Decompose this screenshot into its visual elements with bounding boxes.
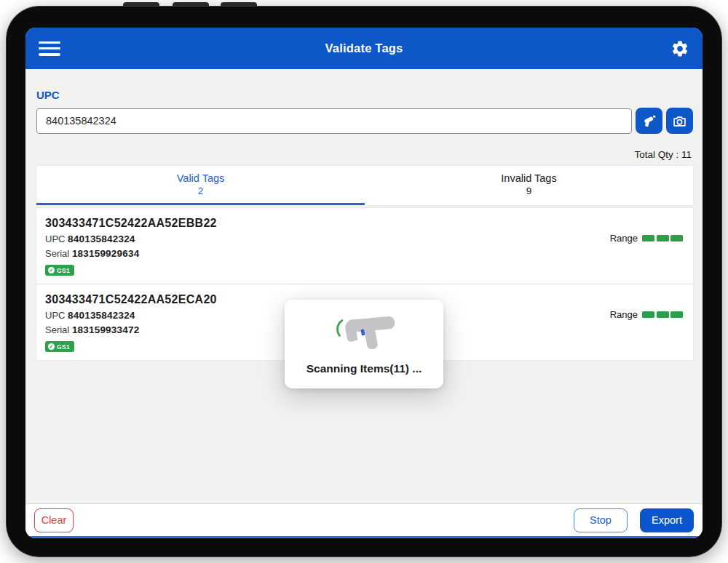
tab-label: Valid Tags — [177, 172, 225, 184]
total-qty-text: Total Qty : 11 — [36, 149, 693, 160]
camera-icon — [672, 113, 687, 129]
range-label: Range — [610, 309, 638, 320]
serial-line: Serial 183159929634 — [45, 248, 683, 259]
export-button[interactable]: Export — [640, 508, 694, 532]
tab-label: Invalid Tags — [501, 172, 556, 184]
page-title: Validate Tags — [25, 41, 703, 55]
range-indicator: Range — [610, 309, 683, 320]
upc-input-row — [36, 108, 693, 134]
gs1-badge: ✓ GS1 — [45, 265, 74, 276]
app-screen: Validate Tags UPC — [25, 28, 703, 538]
rfid-scanner-button[interactable] — [636, 108, 662, 134]
signal-bars — [642, 311, 683, 318]
tab-invalid-tags[interactable]: Invalid Tags 9 — [365, 166, 693, 205]
app-header: Validate Tags — [25, 28, 703, 69]
tab-bar: Valid Tags 2 Invalid Tags 9 — [36, 166, 693, 205]
bottom-toolbar: Clear Stop Export — [25, 503, 703, 536]
tablet-device: Validate Tags UPC — [0, 0, 728, 563]
tag-list-item[interactable]: 303433471C52422AA52EBB22 UPC 84013584232… — [36, 208, 693, 284]
settings-gear-icon[interactable] — [670, 39, 689, 58]
rfid-scanner-gun-icon — [323, 313, 405, 352]
tab-count: 2 — [198, 185, 204, 196]
camera-scan-button[interactable] — [666, 108, 693, 134]
scanner-gun-icon — [641, 113, 657, 129]
bottom-accent-line — [25, 536, 703, 538]
upc-line: UPC 840135842324 — [45, 233, 683, 244]
signal-bars — [642, 235, 683, 241]
stop-button[interactable]: Stop — [574, 508, 628, 532]
scanning-message: Scanning Items(11) ... — [306, 362, 422, 375]
upc-input[interactable] — [36, 108, 632, 134]
scanning-modal: Scanning Items(11) ... — [285, 300, 443, 388]
check-circle-icon: ✓ — [48, 267, 55, 273]
check-circle-icon: ✓ — [48, 343, 55, 350]
gs1-badge: ✓ GS1 — [45, 341, 74, 352]
upc-label: UPC — [36, 89, 693, 101]
tab-valid-tags[interactable]: Valid Tags 2 — [36, 166, 365, 205]
tag-id: 303433471C52422AA52EBB22 — [45, 217, 683, 230]
range-label: Range — [610, 233, 638, 244]
range-indicator: Range — [610, 233, 683, 244]
menu-icon[interactable] — [39, 41, 60, 56]
tab-count: 9 — [526, 185, 532, 196]
clear-button[interactable]: Clear — [34, 508, 74, 532]
main-content: UPC — [25, 69, 703, 503]
